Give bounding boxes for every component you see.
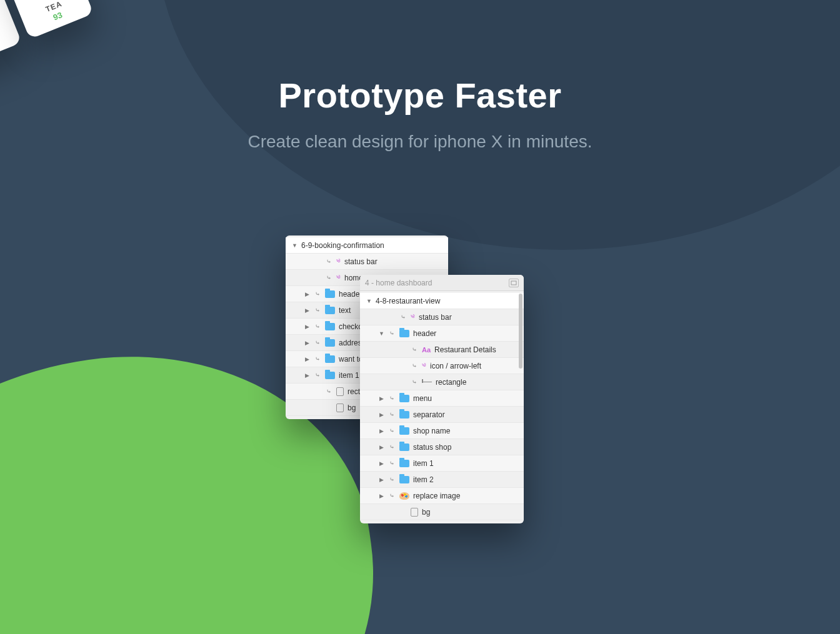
layer-label: item 1: [413, 459, 434, 468]
layer-label: bg: [348, 404, 356, 412]
layer-row[interactable]: ⤷header: [360, 325, 524, 342]
preview-cards: MILL 62 TEA 93: [0, 0, 94, 68]
layer-label: Restaurant Details: [434, 345, 496, 354]
layer-row[interactable]: ⤷༄status bar: [286, 254, 448, 270]
override-icon: ⤷: [388, 395, 396, 402]
chevron-right-icon[interactable]: [379, 412, 384, 418]
layer-label: 6-9-booking-confirmation: [301, 241, 384, 250]
chevron-down-icon[interactable]: [366, 298, 372, 304]
chevron-right-icon[interactable]: [304, 291, 310, 297]
layer-label: bg: [422, 508, 430, 517]
layer-row[interactable]: ⤷item 1: [360, 455, 524, 472]
layer-label: menu: [413, 394, 432, 403]
card-value: 93: [52, 10, 64, 22]
folder-icon: [325, 339, 335, 347]
override-icon: ⤷: [388, 411, 396, 418]
layer-row[interactable]: ⤷item 2: [360, 472, 524, 488]
folder-icon: [399, 330, 409, 337]
chevron-right-icon[interactable]: [379, 477, 384, 483]
layer-label: icon / arrow-left: [430, 362, 481, 370]
layer-row[interactable]: ⤷separator: [360, 407, 524, 423]
artboard-icon[interactable]: [509, 279, 519, 287]
layer-label: item 1: [339, 371, 359, 380]
scrollbar[interactable]: [519, 294, 522, 369]
override-icon: ⤷: [314, 355, 321, 362]
layer-row[interactable]: ⤷༄status bar: [360, 309, 524, 325]
text-icon: Aa: [422, 346, 431, 354]
override-icon: ⤷: [388, 476, 396, 483]
override-icon: ⤷: [388, 427, 396, 434]
override-icon: ⤷: [314, 339, 321, 346]
chevron-right-icon[interactable]: [379, 493, 384, 499]
layer-label: status bar: [419, 313, 452, 322]
layer-label: item 2: [413, 475, 434, 484]
symbol-icon: ༄: [336, 273, 341, 282]
symbol-icon: ༄: [336, 257, 341, 266]
layer-row[interactable]: ⤷rectangle: [360, 374, 524, 390]
image-icon: [399, 492, 409, 500]
layer-row-root[interactable]: 4-8-restaurant-view: [360, 293, 524, 309]
override-icon: ⤷: [399, 314, 407, 320]
layer-list: 4-8-restaurant-view ⤷༄status bar⤷header⤷…: [360, 291, 524, 523]
chevron-right-icon[interactable]: [379, 460, 384, 467]
folder-icon: [325, 307, 335, 314]
override-icon: ⤷: [388, 460, 396, 467]
layer-label: replace image: [413, 492, 460, 500]
override-icon: ⤷: [314, 323, 321, 330]
override-icon: ⤷: [325, 388, 332, 395]
chevron-right-icon[interactable]: [304, 356, 310, 362]
stage: MILL 62 TEA 93 Prototype Faster Create c…: [0, 0, 840, 634]
layer-row[interactable]: ⤷status shop: [360, 439, 524, 455]
chevron-right-icon[interactable]: [304, 324, 310, 330]
override-icon: ⤷: [325, 274, 332, 281]
chevron-down-icon[interactable]: [379, 330, 384, 337]
page-subtitle: Create clean design for iphone X in minu…: [0, 132, 840, 152]
chevron-right-icon[interactable]: [304, 372, 310, 379]
chevron-down-icon[interactable]: [292, 242, 298, 249]
shape-icon: [422, 382, 432, 383]
folder-icon: [399, 460, 409, 467]
layer-row[interactable]: ⤷menu: [360, 390, 524, 407]
override-icon: ⤷: [388, 443, 396, 450]
page-title: Prototype Faster: [0, 75, 840, 116]
symbol-icon: ༄: [422, 361, 426, 370]
override-icon: ⤷: [388, 330, 396, 337]
rectangle-icon: [411, 508, 418, 517]
layer-row-root[interactable]: 6-9-booking-confirmation: [286, 237, 448, 254]
symbol-icon: ༄: [411, 312, 415, 322]
layer-row[interactable]: ⤷༄icon / arrow-left: [360, 358, 524, 374]
layer-row[interactable]: bg: [360, 504, 524, 520]
layer-label: header: [413, 329, 436, 338]
folder-icon: [399, 427, 409, 435]
layer-label: text: [339, 306, 351, 315]
rectangle-icon: [336, 387, 344, 396]
layers-panel-b: 4 - home dashboard 4-8-restaurant-view ⤷…: [360, 275, 524, 523]
folder-icon: [325, 355, 335, 363]
layer-row[interactable]: ⤷AaRestaurant Details: [360, 342, 524, 358]
layer-label: rectangle: [436, 378, 466, 387]
override-icon: ⤷: [314, 307, 321, 314]
rectangle-icon: [336, 404, 344, 412]
chevron-right-icon[interactable]: [379, 428, 384, 434]
layer-label: shop name: [413, 427, 450, 435]
override-icon: ⤷: [325, 258, 332, 265]
layer-label: 4-8-restaurant-view: [376, 297, 440, 305]
chevron-right-icon[interactable]: [379, 395, 384, 402]
layer-label: separator: [413, 410, 445, 419]
svg-rect-1: [511, 281, 516, 285]
chevron-right-icon[interactable]: [304, 340, 310, 346]
chevron-right-icon[interactable]: [379, 444, 384, 450]
panel-title: 4 - home dashboard: [365, 279, 432, 287]
layer-row[interactable]: ⤷replace image: [360, 488, 524, 504]
folder-icon: [399, 476, 409, 483]
layer-row[interactable]: ⤷shop name: [360, 423, 524, 439]
folder-icon: [325, 372, 335, 379]
override-icon: ⤷: [314, 372, 321, 379]
override-icon: ⤷: [388, 492, 396, 499]
folder-icon: [325, 323, 335, 330]
heading: Prototype Faster Create clean design for…: [0, 75, 840, 152]
layer-label: header: [339, 290, 362, 299]
chevron-right-icon[interactable]: [304, 307, 310, 314]
override-icon: ⤷: [411, 346, 418, 353]
folder-icon: [325, 290, 335, 298]
